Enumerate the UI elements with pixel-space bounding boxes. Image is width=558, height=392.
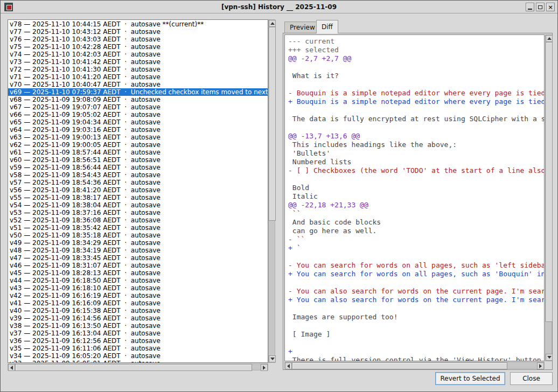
list-item[interactable]: v78 — 2025-11-10 10:44:15 AEDT · autosav… [10, 20, 268, 28]
maximize-icon [538, 5, 542, 9]
list-item[interactable]: v56 — 2025-11-09 18:41:20 AEDT · autosav… [10, 186, 268, 194]
list-item[interactable]: v33 — 2025-11-09 16:05:01 AEDT · autosav… [10, 360, 268, 363]
list-item[interactable]: v72 — 2025-11-10 10:41:30 AEDT · autosav… [10, 66, 268, 73]
list-item[interactable]: v69 — 2025-11-10 07:59:37 AEDT · Uncheck… [8, 88, 268, 96]
revert-button-label: Revert to Selected [441, 375, 500, 382]
list-item[interactable]: v76 — 2025-11-10 10:43:03 AEDT · autosav… [10, 36, 268, 43]
list-item[interactable]: v77 — 2025-11-10 10:43:12 AEDT · autosav… [10, 28, 268, 36]
list-item[interactable]: v55 — 2025-11-09 18:38:17 AEDT · autosav… [10, 194, 268, 201]
titlebar[interactable]: [vpn-ssh] History __ 2025-11-09 × [1, 1, 557, 13]
list-item[interactable]: v58 — 2025-11-09 18:54:43 AEDT · autosav… [10, 171, 268, 179]
list-item[interactable]: v53 — 2025-11-09 18:37:16 AEDT · autosav… [10, 209, 268, 216]
list-item[interactable]: v40 — 2025-11-09 16:15:38 AEDT · autosav… [10, 307, 268, 314]
diff-line: And basic code blocks [288, 218, 544, 227]
diff-line: [ Image ] [288, 330, 544, 339]
diff-line [288, 63, 544, 72]
list-item[interactable]: v37 — 2025-11-09 16:13:04 AEDT · autosav… [10, 330, 268, 337]
scroll-left-arrow[interactable] [8, 364, 15, 371]
maximize-button[interactable] [536, 3, 545, 11]
diff-line: can go here as well. [288, 227, 544, 235]
tab-diff[interactable]: Diff [316, 20, 338, 33]
list-item[interactable]: v70 — 2025-11-10 10:40:47 AEDT · autosav… [10, 81, 268, 88]
list-item[interactable]: v41 — 2025-11-09 16:16:09 AEDT · autosav… [10, 299, 268, 307]
diff-line: Images are supported too! [288, 313, 544, 321]
diff-vertical-scrollbar[interactable] [545, 34, 552, 361]
diff-line [288, 123, 544, 132]
list-item[interactable]: v49 — 2025-11-09 18:34:29 AEDT · autosav… [10, 239, 268, 247]
list-item[interactable]: v48 — 2025-11-09 18:34:19 AEDT · autosav… [10, 247, 268, 254]
diff-line: 'Bullets' [288, 149, 544, 158]
diff-line: The data is fully encrypted at rest usin… [288, 115, 544, 123]
list-item[interactable]: v34 — 2025-11-09 16:05:20 AEDT · autosav… [10, 352, 268, 360]
window-title: [vpn-ssh] History __ 2025-11-09 [1, 1, 557, 13]
list-item[interactable]: v52 — 2025-11-09 18:36:08 AEDT · autosav… [10, 216, 268, 224]
close-button[interactable]: Close [510, 372, 553, 385]
list-item[interactable]: v61 — 2025-11-09 18:57:44 AEDT · autosav… [10, 149, 268, 156]
scrollbar-thumb[interactable] [269, 27, 276, 221]
scroll-right-arrow[interactable] [261, 364, 268, 371]
list-item[interactable]: v64 — 2025-11-09 19:03:16 AEDT · autosav… [10, 126, 268, 134]
list-item[interactable]: v44 — 2025-11-09 16:18:50 AEDT · autosav… [10, 277, 268, 284]
scroll-down-arrow[interactable] [269, 355, 276, 362]
triangle-right-icon [539, 364, 542, 368]
diff-line: @@ -2,7 +2,7 @@ [288, 54, 544, 63]
tab-preview[interactable]: Preview [284, 22, 320, 33]
titlebar-close-button[interactable]: × [546, 3, 555, 11]
triangle-left-icon [10, 366, 13, 370]
diff-line [288, 321, 544, 330]
list-item[interactable]: v75 — 2025-11-10 10:42:28 AEDT · autosav… [10, 43, 268, 51]
list-item[interactable]: v57 — 2025-11-09 18:54:36 AEDT · autosav… [10, 179, 268, 186]
list-item[interactable]: v43 — 2025-11-09 16:18:10 AEDT · autosav… [10, 284, 268, 292]
scrollbar-thumb[interactable] [546, 42, 553, 322]
list-item[interactable]: v62 — 2025-11-09 19:00:05 AEDT · autosav… [10, 141, 268, 149]
diff-line: Italic [288, 192, 544, 201]
revert-to-selected-button[interactable]: Revert to Selected [435, 372, 505, 385]
scroll-up-arrow[interactable] [546, 35, 553, 42]
scroll-left-arrow[interactable] [285, 362, 292, 369]
tab-preview-label: Preview [290, 24, 315, 31]
tab-diff-label: Diff [322, 23, 333, 31]
list-item[interactable]: v65 — 2025-11-09 19:04:34 AEDT · autosav… [10, 118, 268, 126]
list-item[interactable]: v74 — 2025-11-10 10:42:03 AEDT · autosav… [10, 51, 268, 58]
scrollbar-thumb[interactable] [15, 364, 252, 371]
minimize-button[interactable] [526, 3, 534, 11]
list-item[interactable]: v59 — 2025-11-09 18:56:44 AEDT · autosav… [10, 164, 268, 171]
scroll-down-arrow[interactable] [546, 354, 553, 361]
diff-line: + You can search for words on all pages,… [288, 270, 544, 278]
list-item[interactable]: v46 — 2025-11-09 18:31:07 AEDT · autosav… [10, 262, 268, 269]
list-item[interactable]: v42 — 2025-11-09 16:16:19 AEDT · autosav… [10, 292, 268, 299]
list-item[interactable]: v68 — 2025-11-09 19:08:09 AEDT · autosav… [10, 96, 268, 103]
diff-horizontal-scrollbar[interactable] [284, 362, 545, 369]
diff-line: +++ selected [288, 46, 544, 54]
history-list[interactable]: v78 — 2025-11-10 10:44:15 AEDT · autosav… [8, 19, 268, 363]
list-item[interactable]: v60 — 2025-11-09 18:56:51 AEDT · autosav… [10, 156, 268, 164]
close-button-label: Close [522, 375, 540, 382]
list-item[interactable]: v73 — 2025-11-10 10:41:42 AEDT · autosav… [10, 58, 268, 66]
history-horizontal-scrollbar[interactable] [8, 363, 268, 370]
list-item[interactable]: v54 — 2025-11-09 18:38:04 AEDT · autosav… [10, 201, 268, 209]
scroll-right-arrow[interactable] [537, 362, 544, 369]
list-item[interactable]: v45 — 2025-11-09 18:28:13 AEDT · autosav… [10, 269, 268, 277]
diff-line: What is it? [288, 72, 544, 80]
diff-line: + [288, 347, 544, 356]
list-item[interactable]: v50 — 2025-11-09 18:35:18 AEDT · autosav… [10, 232, 268, 239]
list-item[interactable]: v36 — 2025-11-09 16:12:56 AEDT · autosav… [10, 337, 268, 345]
diff-pane: --- current+++ selected@@ -2,7 +2,7 @@ W… [283, 33, 553, 370]
scroll-up-arrow[interactable] [269, 20, 276, 27]
list-item[interactable]: v71 — 2025-11-10 10:41:20 AEDT · autosav… [10, 73, 268, 81]
list-item[interactable]: v51 — 2025-11-09 18:35:42 AEDT · autosav… [10, 224, 268, 232]
list-item[interactable]: v47 — 2025-11-09 18:33:45 AEDT · autosav… [10, 254, 268, 262]
list-item[interactable]: v35 — 2025-11-09 16:11:06 AEDT · autosav… [10, 345, 268, 352]
triangle-right-icon [263, 366, 266, 370]
list-item[interactable]: v67 — 2025-11-09 19:07:07 AEDT · autosav… [10, 103, 268, 111]
diff-line: + You can also search for words on the c… [288, 296, 544, 304]
scrollbar-thumb[interactable] [292, 362, 507, 369]
history-vertical-scrollbar[interactable] [268, 19, 275, 363]
history-window: [vpn-ssh] History __ 2025-11-09 × v78 — … [0, 0, 558, 392]
list-item[interactable]: v38 — 2025-11-09 16:13:50 AEDT · autosav… [10, 322, 268, 330]
diff-line: There is full version control via the 'V… [288, 356, 544, 361]
list-item[interactable]: v66 — 2025-11-09 19:05:02 AEDT · autosav… [10, 111, 268, 118]
list-item[interactable]: v39 — 2025-11-09 16:14:56 AEDT · autosav… [10, 314, 268, 322]
list-item[interactable]: v63 — 2025-11-09 19:00:13 AEDT · autosav… [10, 134, 268, 141]
diff-line: @@ -13,7 +13,6 @@ [288, 132, 544, 141]
